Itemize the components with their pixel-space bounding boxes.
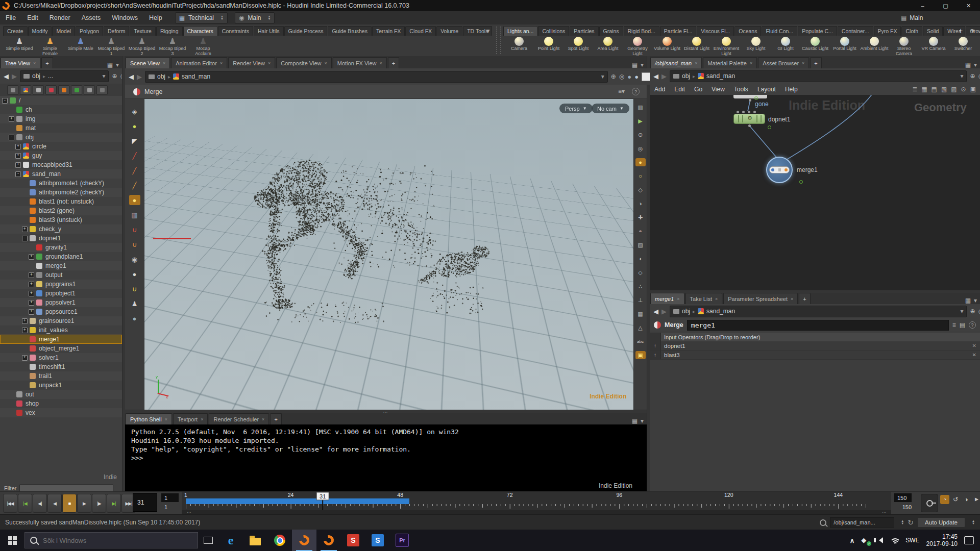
shelf-tab-grains[interactable]: Grains bbox=[599, 26, 623, 36]
taskbar-app-premiere[interactable]: Pr bbox=[390, 530, 414, 551]
render-flipbook-icon[interactable]: ▶ bbox=[635, 117, 646, 125]
path-field[interactable]: obj▸sand_man▾ bbox=[145, 71, 608, 83]
shelf-tool-sky-light[interactable]: Sky Light bbox=[741, 36, 771, 56]
prev-frame-button[interactable]: ◀| bbox=[33, 494, 47, 513]
laser-points-icon[interactable]: ╱ bbox=[129, 165, 140, 176]
lighting-icon[interactable]: ● bbox=[635, 158, 646, 166]
crumb-root[interactable]: obj bbox=[32, 72, 40, 80]
tab-tree-view[interactable]: Tree View× bbox=[1, 57, 40, 68]
desktop-selector[interactable]: ▦ Technical ▲▼ bbox=[175, 12, 228, 23]
shelf-tab-terrain-fx[interactable]: Terrain FX bbox=[372, 26, 405, 36]
crumb-root[interactable]: obj bbox=[682, 308, 690, 315]
wireframe-icon[interactable]: ◇ bbox=[635, 268, 646, 277]
pane-menu-icon[interactable]: ▾ bbox=[641, 417, 644, 424]
perspective-icon[interactable]: ◇ bbox=[635, 186, 646, 194]
reorder-up-icon[interactable]: ↑ bbox=[650, 341, 661, 350]
cup-icon[interactable]: ∪ bbox=[129, 284, 140, 294]
node-output-dot[interactable] bbox=[749, 99, 751, 102]
shelf-tab-oceans[interactable]: Oceans bbox=[734, 26, 761, 36]
pin-icon[interactable]: ⊕ bbox=[970, 72, 975, 80]
shelf-tool-mocap-biped-3[interactable]: ♟Mocap Biped 3 bbox=[157, 36, 188, 56]
stop-button[interactable]: ■ bbox=[62, 494, 77, 513]
shelf-tab-deform[interactable]: Deform bbox=[104, 26, 129, 36]
loop-icon[interactable]: ↺ bbox=[951, 495, 960, 504]
tab-animation-editor[interactable]: Animation Editor× bbox=[171, 57, 227, 68]
taskbar-app-file-explorer[interactable] bbox=[243, 530, 267, 551]
partial-node-above[interactable] bbox=[733, 95, 767, 98]
expand-icon[interactable]: + bbox=[29, 309, 34, 315]
close-icon[interactable]: × bbox=[750, 61, 752, 66]
pin-icon[interactable]: ⊕ bbox=[112, 72, 117, 80]
material-icon[interactable]: ◓ bbox=[635, 227, 646, 235]
snapshot-frame-icon[interactable] bbox=[642, 72, 650, 81]
shelf-tab-solid[interactable]: Solid bbox=[923, 26, 943, 36]
shelf-tool-simple-male[interactable]: ♟Simple Male bbox=[65, 36, 96, 56]
shelf-add-tab-button[interactable]: + bbox=[959, 27, 963, 35]
timeline-ruler[interactable]: 124487296120144⋯⋯31 bbox=[182, 492, 891, 515]
tree-item-shop[interactable]: +shop bbox=[0, 399, 122, 408]
cop-filter-icon[interactable] bbox=[96, 85, 108, 95]
scene-spinner-icon[interactable]: ▲▼ bbox=[267, 15, 271, 20]
shelf-tab-pyro-fx[interactable]: Pyro FX bbox=[874, 26, 901, 36]
context-path-field[interactable]: /obj/sand_man... bbox=[830, 517, 894, 528]
laser-select-icon[interactable]: ╱ bbox=[129, 151, 140, 161]
tree-item-merge1[interactable]: +merge1 bbox=[0, 261, 122, 270]
shelf-tool-ambient-light[interactable]: Ambient Light bbox=[860, 36, 889, 56]
shelf-tool-simple-biped[interactable]: ♟Simple Biped bbox=[4, 36, 35, 56]
vex-filter-icon[interactable] bbox=[58, 85, 69, 95]
shelf-tab-particles[interactable]: Particles bbox=[570, 26, 598, 36]
tab-obj-sand-man[interactable]: /obj/sand_man× bbox=[650, 57, 702, 68]
close-icon[interactable]: × bbox=[324, 61, 327, 66]
shelf-tab-guide-process[interactable]: Guide Process bbox=[284, 26, 328, 36]
taskbar-app-chrome[interactable] bbox=[267, 530, 292, 551]
node-input-dot[interactable] bbox=[737, 111, 739, 113]
pane-grid-icon[interactable]: ▦ bbox=[965, 297, 971, 304]
shelf-tool-mocap-biped-1[interactable]: ♟Mocap Biped 1 bbox=[96, 36, 127, 56]
pane-grid-icon[interactable]: ▦ bbox=[632, 417, 638, 424]
net-tile-icon[interactable]: ▦ bbox=[921, 86, 927, 93]
tree-item-popgrains1[interactable]: +popgrains1 bbox=[0, 280, 122, 289]
menu-assets[interactable]: Assets bbox=[76, 14, 107, 21]
net-menu-view[interactable]: View bbox=[707, 86, 729, 93]
tree-item-merge1[interactable]: +merge1 bbox=[0, 335, 122, 344]
current-frame-field[interactable]: 31 bbox=[133, 493, 157, 512]
radial-menu-icon[interactable]: ◎ bbox=[978, 72, 980, 80]
net-menu-go[interactable]: Go bbox=[690, 86, 707, 93]
pin-icon[interactable]: ⊕ bbox=[611, 73, 616, 80]
range-start-field[interactable]: 1 bbox=[161, 493, 179, 502]
pin-icon[interactable]: ⊕ bbox=[970, 308, 975, 315]
secure-selection-icon[interactable]: ● bbox=[129, 121, 140, 131]
close-icon[interactable]: × bbox=[677, 296, 679, 302]
tree-item-groundplane1[interactable]: +groundplane1 bbox=[0, 252, 122, 261]
tab-motion-fx-view[interactable]: Motion FX View× bbox=[333, 57, 387, 68]
search-icon[interactable] bbox=[820, 519, 826, 526]
shelf-tab-polygon[interactable]: Polygon bbox=[76, 26, 103, 36]
close-icon[interactable]: × bbox=[380, 61, 382, 66]
range-end-field[interactable]: 150 bbox=[894, 493, 912, 502]
expand-icon[interactable]: + bbox=[29, 272, 34, 278]
expand-icon[interactable]: + bbox=[9, 116, 14, 122]
net-list-icon[interactable]: ≣ bbox=[912, 86, 917, 93]
prev-key-button[interactable]: |◀ bbox=[18, 494, 32, 513]
expand-icon[interactable]: + bbox=[22, 328, 28, 333]
tab-python-shell[interactable]: Python Shell× bbox=[126, 413, 172, 424]
shelf-tab-texture[interactable]: Texture bbox=[130, 26, 155, 36]
tree-item-output[interactable]: +output bbox=[0, 270, 122, 280]
shelf-tool-spot-light[interactable]: Spot Light bbox=[564, 36, 593, 56]
search-input[interactable] bbox=[42, 536, 172, 545]
shelf-tab-hair-utils[interactable]: Hair Utils bbox=[254, 26, 284, 36]
shelf-tool-caustic-light[interactable]: Caustic Light bbox=[800, 36, 830, 56]
texture-icon[interactable]: ▨ bbox=[635, 241, 646, 249]
expand-icon[interactable]: + bbox=[22, 227, 28, 232]
net-menu-edit[interactable]: Edit bbox=[670, 86, 690, 93]
tree-item-attribpromote2-checky[interactable]: +attribpromote2 (checkY) bbox=[0, 188, 122, 197]
audio-icon[interactable]: ◑ bbox=[962, 495, 971, 504]
path-dropdown-icon[interactable]: ▾ bbox=[601, 73, 604, 80]
net-color-icon[interactable]: ▨ bbox=[951, 86, 957, 93]
collapse-icon[interactable]: - bbox=[15, 171, 21, 177]
collapse-icon[interactable]: - bbox=[9, 135, 14, 140]
set-pivot-icon[interactable]: ◎ bbox=[635, 144, 646, 153]
tree-item-sand-man[interactable]: -sand_man bbox=[0, 169, 122, 179]
shelf-tab-collisions[interactable]: Collisions bbox=[538, 26, 569, 36]
shelf-tool-area-light[interactable]: Area Light bbox=[593, 36, 623, 56]
